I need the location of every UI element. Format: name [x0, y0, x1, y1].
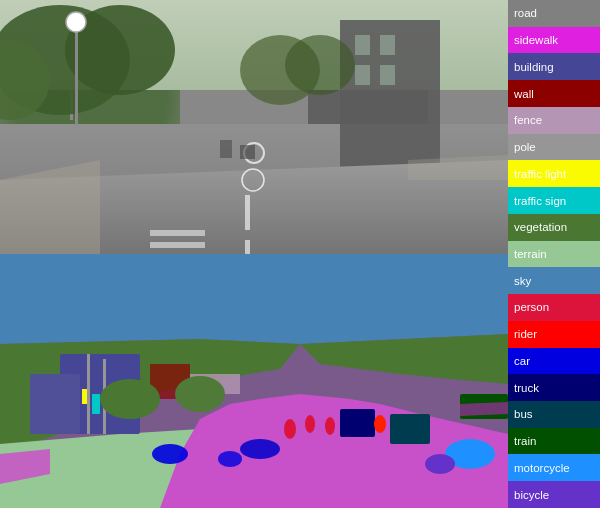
legend-item-train: train	[508, 428, 600, 455]
svg-rect-19	[220, 140, 232, 158]
svg-point-34	[325, 417, 335, 435]
svg-rect-29	[30, 374, 80, 434]
svg-rect-14	[150, 230, 205, 236]
svg-rect-17	[75, 25, 78, 125]
svg-point-48	[100, 379, 160, 419]
svg-marker-21	[0, 160, 100, 254]
svg-marker-23	[0, 254, 508, 344]
svg-marker-54	[460, 402, 508, 416]
legend-item-truck: truck	[508, 374, 600, 401]
legend-item-person: person	[508, 294, 600, 321]
legend-item-terrain: terrain	[508, 241, 600, 268]
main-area	[0, 0, 508, 508]
legend-item-motorcycle: motorcycle	[508, 454, 600, 481]
svg-rect-20	[240, 145, 255, 159]
legend-item-sky: sky	[508, 267, 600, 294]
svg-rect-13	[245, 240, 250, 254]
svg-point-43	[425, 454, 455, 474]
svg-rect-40	[87, 354, 90, 434]
svg-rect-12	[245, 195, 250, 230]
legend-sidebar: roadsidewalkbuildingwallfencepoletraffic…	[508, 0, 600, 508]
svg-point-30	[152, 444, 188, 464]
legend-item-road: road	[508, 0, 600, 27]
legend-item-traffic-sign: traffic sign	[508, 187, 600, 214]
legend-item-sidewalk: sidewalk	[508, 27, 600, 54]
legend-item-car: car	[508, 348, 600, 375]
legend-item-traffic-light: traffic light	[508, 160, 600, 187]
svg-rect-45	[340, 409, 375, 437]
seg-panel	[0, 254, 508, 508]
svg-rect-15	[150, 242, 205, 248]
legend-item-building: building	[508, 53, 600, 80]
legend-item-bicycle: bicycle	[508, 481, 600, 508]
svg-rect-6	[380, 35, 395, 55]
svg-point-49	[175, 376, 225, 412]
svg-rect-7	[355, 65, 370, 85]
photo-panel	[0, 0, 508, 254]
svg-rect-8	[380, 65, 395, 85]
svg-rect-5	[355, 35, 370, 55]
legend-item-bus: bus	[508, 401, 600, 428]
svg-point-31	[218, 451, 242, 467]
svg-point-33	[305, 415, 315, 433]
legend-item-rider: rider	[508, 321, 600, 348]
svg-point-32	[284, 419, 296, 439]
svg-point-10	[285, 35, 355, 95]
legend-item-fence: fence	[508, 107, 600, 134]
svg-point-51	[374, 415, 386, 433]
svg-point-18	[66, 12, 86, 32]
svg-rect-44	[390, 414, 430, 444]
legend-item-pole: pole	[508, 134, 600, 161]
legend-item-vegetation: vegetation	[508, 214, 600, 241]
svg-rect-37	[92, 394, 100, 414]
svg-point-52	[240, 439, 280, 459]
legend-item-wall: wall	[508, 80, 600, 107]
